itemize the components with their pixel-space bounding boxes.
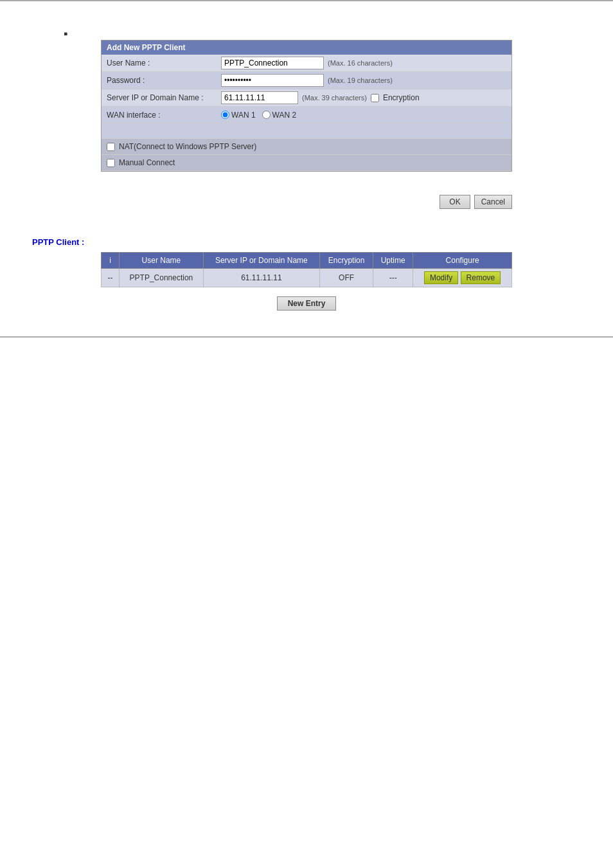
- col-username: User Name: [120, 253, 204, 269]
- server-row: Server IP or Domain Name : (Max. 39 char…: [102, 89, 511, 107]
- pptp-client-table: i User Name Server IP or Domain Name Enc…: [101, 252, 512, 287]
- nat-label: NAT(Connect to Windows PPTP Server): [119, 142, 256, 151]
- ok-button[interactable]: OK: [440, 195, 470, 209]
- bottom-rule: [0, 336, 613, 338]
- wan-label: WAN interface :: [102, 109, 217, 122]
- wan-radio-group: WAN 1 WAN 2: [221, 111, 296, 120]
- nat-row: NAT(Connect to Windows PPTP Server): [102, 139, 511, 155]
- encryption-label: Encryption: [383, 93, 420, 102]
- nat-checkbox[interactable]: [107, 143, 115, 151]
- wan-row: WAN interface : WAN 1 WAN 2: [102, 107, 511, 123]
- col-i: i: [102, 253, 120, 269]
- col-uptime: Uptime: [373, 253, 413, 269]
- content-area: Add New PPTP Client User Name : (Max. 16…: [0, 14, 613, 323]
- cell-configure: Modify Remove: [413, 269, 512, 287]
- col-encryption: Encryption: [320, 253, 373, 269]
- spacer-row: [102, 123, 511, 139]
- server-label: Server IP or Domain Name :: [102, 91, 217, 104]
- table-header-row: i User Name Server IP or Domain Name Enc…: [102, 253, 512, 269]
- modify-button[interactable]: Modify: [424, 271, 458, 284]
- cell-encryption: OFF: [320, 269, 373, 287]
- pptp-section-title: PPTP Client :: [26, 237, 587, 247]
- cancel-button[interactable]: Cancel: [474, 195, 512, 209]
- wan2-label: WAN 2: [272, 111, 297, 120]
- form-title: Add New PPTP Client: [102, 41, 511, 55]
- form-button-row: OK Cancel: [101, 191, 512, 209]
- wan2-radio[interactable]: [262, 111, 271, 119]
- wan-value-cell: WAN 1 WAN 2: [217, 109, 511, 122]
- col-server: Server IP or Domain Name: [203, 253, 319, 269]
- remove-button[interactable]: Remove: [461, 271, 501, 284]
- username-value-cell: (Max. 16 characters): [217, 55, 511, 71]
- password-hint: (Max. 19 characters): [328, 77, 393, 84]
- manual-connect-label: Manual Connect: [119, 158, 175, 167]
- username-label: User Name :: [102, 57, 217, 69]
- manual-connect-row: Manual Connect: [102, 155, 511, 171]
- username-row: User Name : (Max. 16 characters): [102, 55, 511, 72]
- cell-uptime: ---: [373, 269, 413, 287]
- page-wrapper: Add New PPTP Client User Name : (Max. 16…: [0, 0, 613, 868]
- manual-connect-checkbox[interactable]: [107, 159, 115, 167]
- server-value-cell: (Max. 39 characters) Encryption: [217, 89, 511, 106]
- table-row: -- PPTP_Connection 61.11.11.11 OFF --- M…: [102, 269, 512, 287]
- new-entry-button[interactable]: New Entry: [277, 296, 337, 311]
- add-pptp-form: Add New PPTP Client User Name : (Max. 16…: [101, 40, 512, 172]
- wan1-radio[interactable]: [221, 111, 229, 119]
- encryption-checkbox[interactable]: [371, 94, 379, 102]
- cell-server: 61.11.11.11: [203, 269, 319, 287]
- username-hint: (Max. 16 characters): [328, 59, 393, 67]
- wan2-radio-label[interactable]: WAN 2: [262, 111, 297, 120]
- cell-i: --: [102, 269, 120, 287]
- cell-username: PPTP_Connection: [120, 269, 204, 287]
- wan1-label: WAN 1: [231, 111, 256, 120]
- wan1-radio-label[interactable]: WAN 1: [221, 111, 256, 120]
- top-rule: [0, 0, 613, 1]
- server-input[interactable]: [221, 91, 298, 104]
- server-hint: (Max. 39 characters): [302, 94, 367, 102]
- password-value-cell: (Max. 19 characters): [217, 72, 511, 89]
- col-configure: Configure: [413, 253, 512, 269]
- password-row: Password : (Max. 19 characters): [102, 72, 511, 89]
- password-input[interactable]: [221, 74, 324, 87]
- password-label: Password :: [102, 74, 217, 87]
- new-entry-row: New Entry: [101, 296, 512, 311]
- username-input[interactable]: [221, 57, 324, 69]
